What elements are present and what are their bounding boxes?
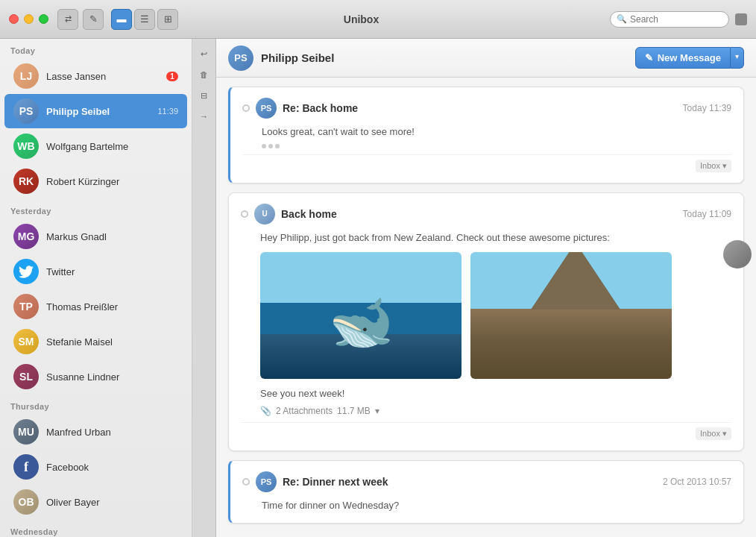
sidebar-item-philipp[interactable]: PSPhilipp Seibel11:39 xyxy=(4,94,187,128)
minimize-button[interactable] xyxy=(24,14,34,24)
sidebar-item-susanne[interactable]: SLSusanne Lindner xyxy=(4,359,187,394)
avatar: PS xyxy=(13,98,39,124)
message-body: Hey Philipp, just got back from New Zeal… xyxy=(241,230,731,245)
unread-dot xyxy=(242,478,250,486)
avatar xyxy=(13,259,39,284)
sidebar-section-thursday: Thursday xyxy=(0,395,192,414)
traffic-lights xyxy=(9,14,48,24)
sidebar-section-wednesday: Wednesday xyxy=(0,520,192,537)
message-subject: Re: Back home xyxy=(283,102,683,114)
unread-dot xyxy=(242,104,250,112)
reply-icon[interactable]: ↩ xyxy=(195,45,213,63)
card-footer: Inbox ▾ xyxy=(242,154,731,172)
sidebar: TodayLJLasse Jansen1PSPhilipp Seibel11:3… xyxy=(0,39,192,537)
sidebar-item-manfred[interactable]: MUManfred Urban xyxy=(4,415,187,449)
sidebar-item-name: Robert Kürzinger xyxy=(46,176,178,187)
contact-avatar: PS xyxy=(228,45,253,71)
new-message-label: New Message xyxy=(658,52,721,63)
move-icon[interactable]: → xyxy=(195,107,213,125)
sidebar-item-stefanie[interactable]: SMStefanie Maisel xyxy=(4,324,187,359)
sidebar-item-facebook[interactable]: fFacebook xyxy=(4,450,187,484)
message-time: Today 11:09 xyxy=(683,209,731,219)
sender-avatar: PS xyxy=(256,471,277,492)
avatar: WB xyxy=(13,134,39,159)
sidebar-section-today: Today xyxy=(0,39,192,58)
sidebar-section-yesterday: Yesterday xyxy=(0,199,192,219)
card-header: U Back home Today 11:09 xyxy=(241,204,731,224)
sidebar-item-wolfgang[interactable]: WBWolfgang Bartelme xyxy=(4,129,187,163)
sidebar-item-name: Oliver Bayer xyxy=(46,497,178,508)
window-title: Unibox xyxy=(119,13,604,25)
messages-content: PS Re: Back home Today 11:39 Looks great… xyxy=(216,78,756,533)
maximize-button[interactable] xyxy=(39,14,48,24)
message-body: Looks great, can't wait to see more! xyxy=(242,125,731,139)
typing-dot-1 xyxy=(262,144,266,148)
sidebar-item-name: Manfred Urban xyxy=(46,427,178,438)
new-message-dropdown[interactable]: ▾ xyxy=(731,47,744,69)
sidebar-item-thomas[interactable]: TPThomas Preißler xyxy=(4,289,187,324)
sidebar-item-name: Facebook xyxy=(46,462,178,473)
main-layout: TodayLJLasse Jansen1PSPhilipp Seibel11:3… xyxy=(0,39,756,537)
sidebar-item-robert[interactable]: RKRobert Kürzinger xyxy=(4,164,187,198)
compose-icon: ✎ xyxy=(645,52,653,63)
sidebar-item-name: Stefanie Maisel xyxy=(46,336,178,348)
sidebar-item-name: Lasse Jansen xyxy=(46,71,166,82)
message-card: U Back home Today 11:09 Hey Philipp, jus… xyxy=(228,192,744,451)
avatar: f xyxy=(13,454,39,480)
attachment-count: 2 Attachments xyxy=(276,406,333,416)
trash-icon[interactable]: 🗑 xyxy=(195,66,213,84)
unread-dot xyxy=(241,210,248,218)
archive-icon[interactable]: ⊟ xyxy=(195,87,213,104)
message-area: PS Philipp Seibel ✎ New Message ▾ PS Re:… xyxy=(216,39,756,537)
search-bar[interactable]: 🔍 xyxy=(610,11,729,28)
card-header: PS Re: Back home Today 11:39 xyxy=(242,98,731,119)
message-header: PS Philipp Seibel ✎ New Message ▾ xyxy=(216,39,756,78)
card-footer: Inbox ▾ xyxy=(241,422,731,440)
avatar: RK xyxy=(13,169,39,194)
sender-avatar: U xyxy=(254,204,275,224)
compose-button[interactable]: ✎ xyxy=(83,9,104,30)
message-body: Time for dinner on Wednesday? xyxy=(242,498,731,513)
sidebar-item-name: Wolfgang Bartelme xyxy=(46,141,178,152)
sidebar-item-lasse[interactable]: LJLasse Jansen1 xyxy=(4,59,187,93)
sidebar-item-markus[interactable]: MGMarkus Gnadl xyxy=(4,219,187,254)
inbox-badge: Inbox ▾ xyxy=(696,427,731,440)
sidebar-item-twitter[interactable]: Twitter xyxy=(4,254,187,289)
message-card: PS Re: Dinner next week 2 Oct 2013 10:57… xyxy=(228,460,744,524)
image-whale[interactable] xyxy=(260,252,462,379)
avatar: SM xyxy=(13,329,39,354)
scroll-avatar xyxy=(723,240,752,268)
item-time: 11:39 xyxy=(157,107,178,116)
icon-strip: ↩ 🗑 ⊟ → xyxy=(192,39,216,537)
contact-name: Philipp Seibel xyxy=(261,51,635,64)
new-message-button[interactable]: ✎ New Message xyxy=(635,47,731,69)
titlebar: ⇄ ✎ ▬ ☰ ⊞ Unibox 🔍 xyxy=(0,0,756,39)
fullscreen-button[interactable] xyxy=(735,13,747,25)
avatar: MG xyxy=(13,224,39,249)
sidebar-item-name: Susanne Lindner xyxy=(46,371,178,383)
message-subject: Back home xyxy=(281,208,683,220)
image-mountain[interactable] xyxy=(470,252,672,379)
typing-dot-2 xyxy=(268,144,273,148)
search-icon: 🔍 xyxy=(617,14,627,24)
attachment-dropdown[interactable]: ▾ xyxy=(375,406,379,416)
message-footer-text: See you next week! xyxy=(241,386,731,401)
sidebar-item-name: Philipp Seibel xyxy=(46,106,157,117)
sender-avatar: PS xyxy=(256,98,277,119)
sidebar-item-name: Markus Gnadl xyxy=(46,231,178,242)
search-input[interactable] xyxy=(630,14,727,25)
paperclip-icon: 📎 xyxy=(260,406,271,416)
message-card: PS Re: Back home Today 11:39 Looks great… xyxy=(228,87,744,183)
attachment-size: 11.7 MB xyxy=(337,406,371,416)
avatar: MU xyxy=(13,419,39,445)
message-subject: Re: Dinner next week xyxy=(283,476,663,488)
sidebar-item-oliver[interactable]: OBOliver Bayer xyxy=(4,485,187,519)
close-button[interactable] xyxy=(9,14,19,24)
typing-dot-3 xyxy=(275,144,280,148)
unread-badge: 1 xyxy=(166,72,178,81)
card-header: PS Re: Dinner next week 2 Oct 2013 10:57 xyxy=(242,471,731,492)
typing-indicator xyxy=(242,144,731,148)
avatar: SL xyxy=(13,364,39,389)
message-time: Today 11:39 xyxy=(683,103,731,113)
back-forward-button[interactable]: ⇄ xyxy=(57,9,78,30)
